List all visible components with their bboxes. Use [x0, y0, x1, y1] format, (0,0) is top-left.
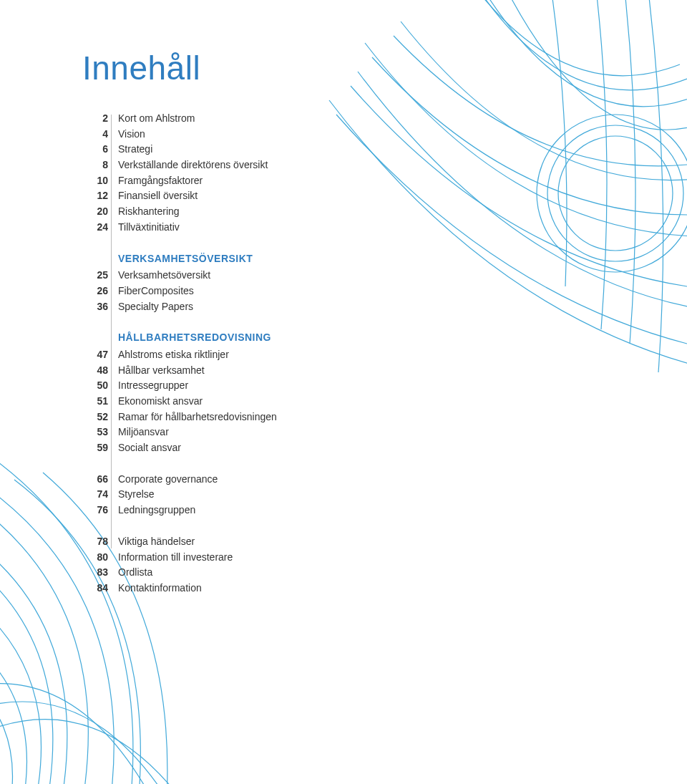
toc-row: 20Riskhantering	[82, 204, 277, 220]
toc-entry-label: Kontaktinformation	[118, 581, 202, 596]
toc-entry-label: Riskhantering	[118, 204, 180, 220]
toc-entry-label: Ahlstroms etiska riktlinjer	[118, 347, 229, 363]
toc-entry-label: Framgångsfaktorer	[118, 173, 203, 189]
toc-row: 48Hållbar verksamhet	[82, 363, 277, 379]
toc-page-number: 24	[82, 220, 118, 236]
toc-page-number: 59	[82, 440, 118, 456]
toc-page-number: 78	[82, 534, 118, 550]
toc-row: 74Styrelse	[82, 487, 277, 503]
toc-page-number: 25	[82, 268, 118, 284]
toc-page-number: 50	[82, 378, 118, 394]
toc-row: 78Viktiga händelser	[82, 534, 277, 550]
toc-page-number: 80	[82, 550, 118, 566]
toc-row: 83Ordlista	[82, 565, 277, 581]
table-of-contents: 2Kort om Ahlstrom4Vision6Strategi8Verkst…	[82, 111, 277, 612]
toc-entry-label: Vision	[118, 127, 145, 142]
toc-page-number: 48	[82, 363, 118, 379]
toc-entry-label: FiberComposites	[118, 284, 194, 299]
toc-page-number: 53	[82, 425, 118, 440]
toc-entry-label: Ledningsgruppen	[118, 503, 195, 518]
toc-entry-label: Ekonomiskt ansvar	[118, 394, 203, 410]
toc-page-number: 2	[82, 111, 118, 127]
toc-page-number: 47	[82, 347, 118, 363]
toc-row: 4Vision	[82, 127, 277, 142]
toc-page-number: 76	[82, 503, 118, 518]
toc-page-number: 12	[82, 188, 118, 204]
toc-page-number: 6	[82, 142, 118, 158]
toc-row: 50Intressegrupper	[82, 378, 277, 394]
toc-entry-label: Kort om Ahlstrom	[118, 111, 195, 127]
toc-row: 51Ekonomiskt ansvar	[82, 394, 277, 410]
toc-page-number: 10	[82, 173, 118, 189]
toc-row: 24Tillväxtinitiativ	[82, 220, 277, 236]
toc-row: 12Finansiell översikt	[82, 188, 277, 204]
toc-entry-label: Hållbar verksamhet	[118, 363, 205, 379]
toc-row: 10Framgångsfaktorer	[82, 173, 277, 189]
toc-page-number: 83	[82, 565, 118, 581]
toc-entry-label: Finansiell översikt	[118, 188, 198, 204]
toc-row: 6Strategi	[82, 142, 277, 158]
toc-entry-label: Intressegrupper	[118, 378, 188, 394]
toc-page-number: 84	[82, 581, 118, 596]
toc-entry-label: Specialty Papers	[118, 299, 193, 315]
toc-section-heading: VERKSAMHETSÖVERSIKT	[118, 251, 277, 267]
toc-row: 2Kort om Ahlstrom	[82, 111, 277, 127]
toc-entry-label: Tillväxtinitiativ	[118, 220, 180, 236]
toc-page-number: 52	[82, 410, 118, 425]
toc-row: 36Specialty Papers	[82, 299, 277, 315]
toc-entry-label: Strategi	[118, 142, 152, 158]
toc-row: 80Information till investerare	[82, 550, 277, 566]
toc-page-number: 66	[82, 472, 118, 488]
toc-section: 66Corporate governance74Styrelse76Lednin…	[82, 472, 277, 518]
toc-entry-label: Verkställande direktörens översikt	[118, 158, 268, 173]
toc-page-number: 36	[82, 299, 118, 315]
toc-section: 2Kort om Ahlstrom4Vision6Strategi8Verkst…	[82, 111, 277, 236]
toc-page-number: 74	[82, 487, 118, 503]
toc-entry-label: Corporate governance	[118, 472, 218, 488]
toc-row: 53Miljöansvar	[82, 425, 277, 440]
toc-entry-label: Viktiga händelser	[118, 534, 195, 550]
toc-entry-label: Ramar för hållbarhetsredovisningen	[118, 410, 277, 425]
toc-entry-label: Verksamhetsöversikt	[118, 268, 210, 284]
toc-page-number: 8	[82, 158, 118, 173]
toc-row: 76Ledningsgruppen	[82, 503, 277, 518]
toc-page-number: 26	[82, 284, 118, 299]
svg-point-2	[558, 136, 673, 251]
toc-entry-label: Ordlista	[118, 565, 152, 581]
toc-page-number: 20	[82, 204, 118, 220]
toc-row: 84Kontaktinformation	[82, 581, 277, 596]
svg-point-1	[547, 125, 683, 261]
toc-entry-label: Miljöansvar	[118, 425, 169, 440]
page-title: Innehåll	[82, 49, 200, 87]
toc-entry-label: Socialt ansvar	[118, 440, 181, 456]
toc-row: 25Verksamhetsöversikt	[82, 268, 277, 284]
toc-section: VERKSAMHETSÖVERSIKT25Verksamhetsöversikt…	[82, 251, 277, 315]
toc-row: 52Ramar för hållbarhetsredovisningen	[82, 410, 277, 425]
toc-section: HÅLLBARHETSREDOVISNING47Ahlstroms etiska…	[82, 330, 277, 456]
toc-entry-label: Styrelse	[118, 487, 155, 503]
svg-point-0	[537, 115, 687, 272]
toc-entry-label: Information till investerare	[118, 550, 233, 566]
toc-section-heading: HÅLLBARHETSREDOVISNING	[118, 330, 277, 346]
toc-page-number: 51	[82, 394, 118, 410]
toc-row: 8Verkställande direktörens översikt	[82, 158, 277, 173]
toc-section: 78Viktiga händelser80Information till in…	[82, 534, 277, 596]
toc-page-number: 4	[82, 127, 118, 142]
toc-row: 59Socialt ansvar	[82, 440, 277, 456]
toc-row: 66Corporate governance	[82, 472, 277, 488]
toc-row: 47Ahlstroms etiska riktlinjer	[82, 347, 277, 363]
toc-row: 26FiberComposites	[82, 284, 277, 299]
